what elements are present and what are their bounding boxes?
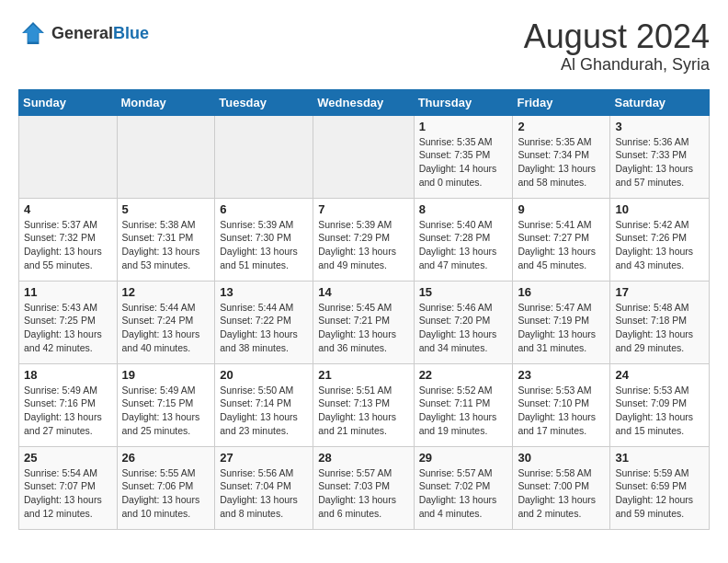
day-number: 18 <box>24 368 112 382</box>
day-number: 20 <box>220 368 308 382</box>
calendar-day-cell: 10Sunrise: 5:42 AMSunset: 7:26 PMDayligh… <box>610 198 710 281</box>
day-number: 2 <box>518 120 605 133</box>
day-detail: Sunrise: 5:48 AMSunset: 7:18 PMDaylight:… <box>615 301 704 355</box>
calendar-day-cell: 7Sunrise: 5:39 AMSunset: 7:29 PMDaylight… <box>313 198 414 281</box>
day-number: 28 <box>318 451 408 465</box>
day-number: 8 <box>419 202 508 216</box>
day-detail: Sunrise: 5:37 AMSunset: 7:32 PMDaylight:… <box>24 218 112 272</box>
calendar-day-cell <box>313 115 414 198</box>
day-detail: Sunrise: 5:46 AMSunset: 7:20 PMDaylight:… <box>419 301 508 355</box>
day-number: 1 <box>419 120 508 133</box>
day-detail: Sunrise: 5:50 AMSunset: 7:14 PMDaylight:… <box>220 384 308 438</box>
calendar-day-cell: 23Sunrise: 5:53 AMSunset: 7:10 PMDayligh… <box>513 363 610 446</box>
day-number: 3 <box>615 120 704 133</box>
day-detail: Sunrise: 5:39 AMSunset: 7:30 PMDaylight:… <box>220 218 308 272</box>
calendar-day-cell <box>19 115 118 198</box>
day-detail: Sunrise: 5:44 AMSunset: 7:22 PMDaylight:… <box>220 301 308 355</box>
calendar-day-cell: 12Sunrise: 5:44 AMSunset: 7:24 PMDayligh… <box>117 281 215 363</box>
day-detail: Sunrise: 5:58 AMSunset: 7:00 PMDaylight:… <box>518 466 605 521</box>
logo-text-general: General <box>51 24 113 42</box>
calendar-day-cell: 1Sunrise: 5:35 AMSunset: 7:35 PMDaylight… <box>414 115 513 198</box>
day-detail: Sunrise: 5:59 AMSunset: 6:59 PMDaylight:… <box>615 466 704 521</box>
calendar-day-cell: 30Sunrise: 5:58 AMSunset: 7:00 PMDayligh… <box>513 446 610 529</box>
day-detail: Sunrise: 5:56 AMSunset: 7:04 PMDaylight:… <box>220 466 308 521</box>
day-detail: Sunrise: 5:49 AMSunset: 7:16 PMDaylight:… <box>24 384 112 438</box>
calendar-day-cell <box>215 115 313 198</box>
day-detail: Sunrise: 5:36 AMSunset: 7:33 PMDaylight:… <box>615 135 704 190</box>
calendar-header-cell: Thursday <box>414 89 513 115</box>
day-number: 15 <box>419 285 508 299</box>
day-number: 11 <box>24 285 112 299</box>
day-number: 16 <box>518 285 605 299</box>
day-detail: Sunrise: 5:47 AMSunset: 7:19 PMDaylight:… <box>518 301 605 355</box>
calendar-week-row: 4Sunrise: 5:37 AMSunset: 7:32 PMDaylight… <box>19 198 710 281</box>
calendar-header-cell: Wednesday <box>313 89 414 115</box>
calendar-day-cell: 14Sunrise: 5:45 AMSunset: 7:21 PMDayligh… <box>313 281 414 363</box>
calendar-header-cell: Friday <box>513 89 610 115</box>
svg-marker-1 <box>24 24 43 41</box>
day-number: 27 <box>220 451 308 465</box>
logo-text-blue: Blue <box>113 24 149 42</box>
day-number: 9 <box>518 202 605 216</box>
calendar-header-cell: Monday <box>117 89 215 115</box>
calendar-week-row: 1Sunrise: 5:35 AMSunset: 7:35 PMDaylight… <box>19 115 710 198</box>
day-number: 13 <box>220 285 308 299</box>
calendar-day-cell: 11Sunrise: 5:43 AMSunset: 7:25 PMDayligh… <box>19 281 118 363</box>
calendar-day-cell: 8Sunrise: 5:40 AMSunset: 7:28 PMDaylight… <box>414 198 513 281</box>
day-number: 10 <box>615 202 704 216</box>
calendar-day-cell: 29Sunrise: 5:57 AMSunset: 7:02 PMDayligh… <box>414 446 513 529</box>
calendar-day-cell: 25Sunrise: 5:54 AMSunset: 7:07 PMDayligh… <box>19 446 118 529</box>
day-detail: Sunrise: 5:53 AMSunset: 7:09 PMDaylight:… <box>615 384 704 438</box>
day-number: 26 <box>122 451 210 465</box>
calendar-day-cell: 27Sunrise: 5:56 AMSunset: 7:04 PMDayligh… <box>215 446 313 529</box>
calendar-day-cell: 28Sunrise: 5:57 AMSunset: 7:03 PMDayligh… <box>313 446 414 529</box>
day-number: 31 <box>615 451 704 465</box>
day-detail: Sunrise: 5:52 AMSunset: 7:11 PMDaylight:… <box>419 384 508 438</box>
day-number: 17 <box>615 285 704 299</box>
calendar-header-cell: Sunday <box>19 89 118 115</box>
logo-icon <box>18 18 48 48</box>
day-number: 29 <box>419 451 508 465</box>
day-detail: Sunrise: 5:35 AMSunset: 7:35 PMDaylight:… <box>419 135 508 190</box>
day-number: 24 <box>615 368 704 382</box>
logo: GeneralBlue <box>18 18 149 48</box>
day-number: 30 <box>518 451 605 465</box>
calendar-day-cell: 9Sunrise: 5:41 AMSunset: 7:27 PMDaylight… <box>513 198 610 281</box>
calendar-day-cell: 13Sunrise: 5:44 AMSunset: 7:22 PMDayligh… <box>215 281 313 363</box>
day-detail: Sunrise: 5:54 AMSunset: 7:07 PMDaylight:… <box>24 466 112 521</box>
day-number: 4 <box>24 202 112 216</box>
day-detail: Sunrise: 5:51 AMSunset: 7:13 PMDaylight:… <box>318 384 408 438</box>
subtitle: Al Ghandurah, Syria <box>524 55 710 75</box>
calendar-day-cell: 17Sunrise: 5:48 AMSunset: 7:18 PMDayligh… <box>610 281 710 363</box>
day-number: 21 <box>318 368 408 382</box>
day-detail: Sunrise: 5:44 AMSunset: 7:24 PMDaylight:… <box>122 301 210 355</box>
calendar-day-cell: 18Sunrise: 5:49 AMSunset: 7:16 PMDayligh… <box>19 363 118 446</box>
day-number: 12 <box>122 285 210 299</box>
calendar-body: 1Sunrise: 5:35 AMSunset: 7:35 PMDaylight… <box>19 115 710 529</box>
day-detail: Sunrise: 5:40 AMSunset: 7:28 PMDaylight:… <box>419 218 508 272</box>
calendar-day-cell: 20Sunrise: 5:50 AMSunset: 7:14 PMDayligh… <box>215 363 313 446</box>
calendar-day-cell: 2Sunrise: 5:35 AMSunset: 7:34 PMDaylight… <box>513 115 610 198</box>
day-number: 23 <box>518 368 605 382</box>
day-detail: Sunrise: 5:39 AMSunset: 7:29 PMDaylight:… <box>318 218 408 272</box>
calendar-week-row: 18Sunrise: 5:49 AMSunset: 7:16 PMDayligh… <box>19 363 710 446</box>
day-detail: Sunrise: 5:49 AMSunset: 7:15 PMDaylight:… <box>122 384 210 438</box>
calendar-day-cell: 31Sunrise: 5:59 AMSunset: 6:59 PMDayligh… <box>610 446 710 529</box>
day-number: 14 <box>318 285 408 299</box>
calendar-day-cell: 26Sunrise: 5:55 AMSunset: 7:06 PMDayligh… <box>117 446 215 529</box>
main-title: August 2024 <box>524 18 710 55</box>
calendar-day-cell: 21Sunrise: 5:51 AMSunset: 7:13 PMDayligh… <box>313 363 414 446</box>
day-detail: Sunrise: 5:35 AMSunset: 7:34 PMDaylight:… <box>518 135 605 190</box>
day-number: 25 <box>24 451 112 465</box>
calendar-header-cell: Tuesday <box>215 89 313 115</box>
day-detail: Sunrise: 5:43 AMSunset: 7:25 PMDaylight:… <box>24 301 112 355</box>
day-detail: Sunrise: 5:55 AMSunset: 7:06 PMDaylight:… <box>122 466 210 521</box>
calendar-day-cell: 6Sunrise: 5:39 AMSunset: 7:30 PMDaylight… <box>215 198 313 281</box>
calendar-day-cell: 22Sunrise: 5:52 AMSunset: 7:11 PMDayligh… <box>414 363 513 446</box>
calendar-day-cell <box>117 115 215 198</box>
calendar-week-row: 11Sunrise: 5:43 AMSunset: 7:25 PMDayligh… <box>19 281 710 363</box>
day-detail: Sunrise: 5:45 AMSunset: 7:21 PMDaylight:… <box>318 301 408 355</box>
calendar-header-cell: Saturday <box>610 89 710 115</box>
day-number: 5 <box>122 202 210 216</box>
calendar-day-cell: 3Sunrise: 5:36 AMSunset: 7:33 PMDaylight… <box>610 115 710 198</box>
